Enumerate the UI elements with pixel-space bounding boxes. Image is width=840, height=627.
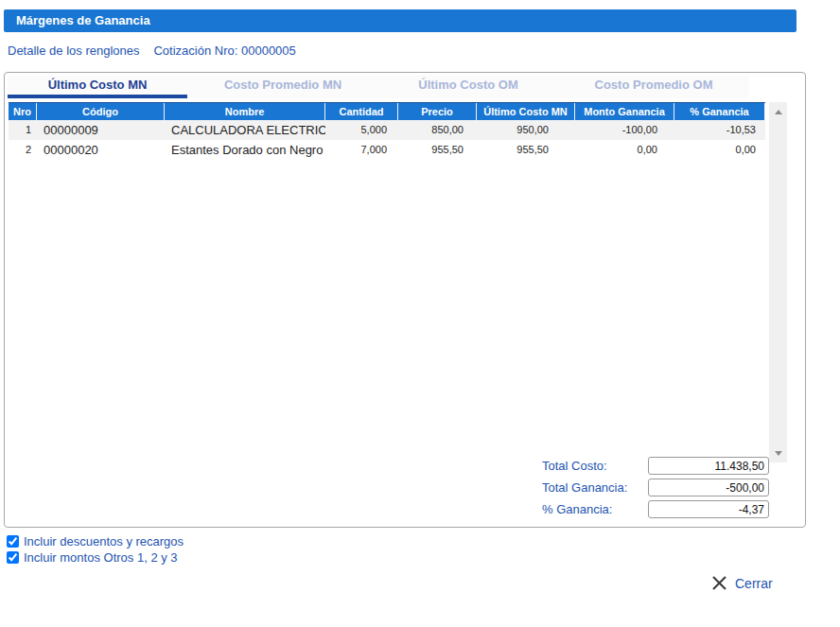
detail-caption: Detalle de los renglones (8, 44, 139, 58)
cell-nro: 1 (9, 120, 37, 140)
descuentos-label: Incluir descuentos y recargos (24, 534, 184, 549)
close-button[interactable]: Cerrar (711, 575, 773, 591)
total-costo-row: Total Costo: (542, 457, 769, 475)
subtitle-row: Detalle de los renglones Cotización Nro:… (8, 44, 296, 58)
table-row[interactable]: 1 00000009 CALCULADORA ELECTRICA 5,000 8… (9, 120, 765, 140)
cell-ultimo-costo: 955,50 (477, 140, 575, 160)
margins-table: Nro Código Nombre Cantidad Precio Último… (9, 102, 765, 160)
otros-montos-checkbox[interactable] (7, 551, 19, 564)
cell-nro: 2 (9, 140, 37, 160)
cell-pct-ganancia: -10,53 (674, 120, 765, 140)
pct-ganancia-row: % Ganancia: (542, 500, 769, 518)
cell-cantidad: 5,000 (325, 120, 398, 140)
header-nro: Nro (9, 103, 37, 120)
header-ultimo-costo: Último Costo MN (477, 103, 575, 120)
pct-ganancia-field[interactable] (648, 500, 769, 518)
cell-nombre: Estantes Dorado con Negro (165, 140, 325, 160)
options-section: Incluir descuentos y recargos Incluir mo… (7, 534, 184, 565)
header-precio: Precio (398, 103, 477, 120)
header-monto-ganancia: Monto Ganancia (575, 103, 674, 120)
scroll-up-icon[interactable] (769, 105, 787, 118)
cell-cantidad: 7,000 (325, 140, 398, 160)
close-label: Cerrar (735, 576, 773, 591)
cell-pct-ganancia: 0,00 (674, 140, 765, 160)
cell-monto-ganancia: 0,00 (575, 140, 674, 160)
margins-panel: Último Costo MN Costo Promedio MN Último… (4, 72, 806, 528)
quote-number-caption: Cotización Nro: 00000005 (153, 44, 295, 58)
otros-montos-label: Incluir montos Otros 1, 2 y 3 (24, 550, 178, 565)
tab-ultimo-costo-mn[interactable]: Último Costo MN (8, 75, 187, 98)
close-x-icon (711, 575, 727, 591)
cell-ultimo-costo: 950,00 (477, 120, 575, 140)
option-otros-montos: Incluir montos Otros 1, 2 y 3 (7, 550, 184, 565)
total-ganancia-field[interactable] (648, 479, 769, 496)
pct-ganancia-label: % Ganancia: (542, 502, 648, 516)
header-pct-ganancia: % Ganancia (674, 103, 765, 120)
cost-tabs: Último Costo MN Costo Promedio MN Último… (8, 75, 749, 98)
total-costo-field[interactable] (648, 457, 769, 475)
header-nombre: Nombre (165, 103, 325, 120)
header-codigo: Código (37, 103, 165, 120)
table-header-row: Nro Código Nombre Cantidad Precio Último… (9, 102, 765, 120)
window-title: Márgenes de Ganancia (4, 9, 796, 32)
descuentos-checkbox[interactable] (7, 535, 19, 548)
scroll-down-icon[interactable] (769, 446, 787, 460)
cell-nombre: CALCULADORA ELECTRICA (165, 120, 325, 140)
header-cantidad: Cantidad (325, 103, 398, 120)
margenes-de-ganancia-window: Márgenes de Ganancia Detalle de los reng… (0, 0, 840, 627)
cell-precio: 955,50 (398, 140, 477, 160)
cell-codigo: 00000020 (37, 140, 165, 160)
tab-costo-promedio-om[interactable]: Costo Promedio OM (564, 75, 744, 98)
cell-precio: 850,00 (398, 120, 477, 140)
table-scrollbar[interactable] (769, 102, 787, 462)
cell-monto-ganancia: -100,00 (575, 120, 674, 140)
total-ganancia-row: Total Ganancia: (542, 479, 769, 496)
total-costo-label: Total Costo: (542, 459, 648, 473)
table-row[interactable]: 2 00000020 Estantes Dorado con Negro 7,0… (9, 140, 765, 160)
total-ganancia-label: Total Ganancia: (542, 480, 648, 495)
totals-section: Total Costo: Total Ganancia: % Ganancia: (542, 457, 769, 518)
option-descuentos: Incluir descuentos y recargos (7, 534, 184, 549)
tab-ultimo-costo-om[interactable]: Último Costo OM (378, 75, 558, 98)
cell-codigo: 00000009 (37, 120, 165, 140)
tab-costo-promedio-mn[interactable]: Costo Promedio MN (193, 75, 373, 98)
